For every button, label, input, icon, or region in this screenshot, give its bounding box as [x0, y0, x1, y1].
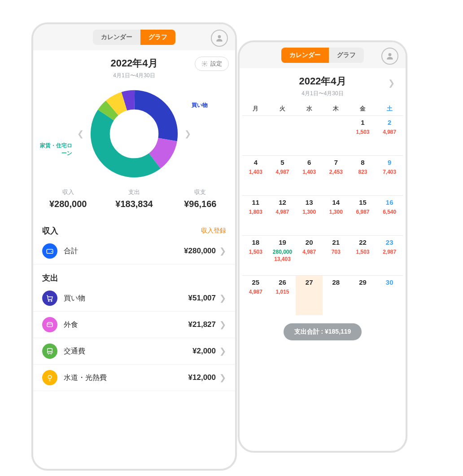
calendar-cell[interactable]: 166,540 [376, 195, 403, 235]
svg-rect-13 [48, 348, 52, 353]
dow-cell: 木 [323, 105, 349, 113]
expense-value: 4,987 [275, 169, 289, 176]
period-header: 2022年4月 4月1日〜4月30日 ❯ [240, 68, 406, 102]
expense-row[interactable]: 交通費¥2,000❯ [33, 338, 235, 365]
expense-name: 交通費 [57, 347, 192, 356]
calendar-cell[interactable]: 24,987 [376, 115, 403, 155]
period-header: 2022年4月 4月1日〜4月30日 設定 [33, 50, 235, 82]
topbar: カレンダー グラフ [33, 24, 235, 50]
svg-point-1 [204, 63, 205, 65]
stat-income: 収入 ¥280,000 [35, 188, 101, 209]
day-number: 1 [361, 119, 364, 126]
svg-point-10 [48, 300, 49, 301]
expense-value: 703 [332, 249, 341, 256]
calendar-cell[interactable]: 254,987 [242, 275, 269, 315]
cart-icon [42, 291, 57, 306]
expense-value: 1,503 [356, 129, 369, 136]
phone-graph: カレンダー グラフ 2022年4月 4月1日〜4月30日 設定 ❮ [31, 22, 237, 471]
expense-value: 1,300 [302, 209, 316, 216]
income-total-row[interactable]: 合計 ¥280,000 ❯ [33, 238, 235, 264]
calendar-cell[interactable]: 19280,00013,403 [269, 235, 296, 275]
income-total-label: 合計 [57, 247, 184, 256]
chevron-right-icon: ❯ [216, 346, 226, 356]
calendar-cell[interactable]: 232,987 [376, 235, 403, 275]
day-number: 7 [334, 159, 338, 166]
expense-row[interactable]: 水道・光熱費¥12,000❯ [33, 365, 235, 391]
calendar-cell[interactable]: 141,300 [323, 195, 349, 235]
day-number: 23 [386, 238, 393, 246]
settings-button[interactable]: 設定 [195, 57, 229, 71]
stat-net: 収支 ¥96,166 [167, 188, 233, 209]
calendar-cell[interactable]: 41,403 [242, 155, 269, 195]
calendar-cell[interactable]: 28 [323, 275, 349, 315]
period-month: 2022年4月 [240, 75, 406, 88]
day-number: 22 [359, 238, 367, 246]
expense-row[interactable]: 買い物¥51,007❯ [33, 285, 235, 312]
calendar-cell[interactable]: 29 [349, 275, 376, 315]
day-number: 27 [306, 278, 313, 286]
day-number: 8 [361, 159, 364, 166]
tab-graph[interactable]: グラフ [140, 30, 175, 45]
expense-title: 支出 [42, 273, 58, 283]
calendar-cell[interactable]: 261,015 [269, 275, 296, 315]
chart-label-rent: 家賃・住宅ロ ーン [40, 142, 72, 157]
tab-graph[interactable]: グラフ [329, 48, 364, 63]
income-value: 280,000 [273, 249, 292, 256]
day-number: 11 [252, 198, 259, 206]
expense-row[interactable]: 外食¥21,827❯ [33, 312, 235, 338]
calendar-cell [242, 115, 269, 155]
day-number: 18 [252, 238, 259, 246]
income-register-link[interactable]: 収入登録 [201, 227, 226, 235]
expense-value: 6,540 [383, 209, 396, 216]
calendar-cell[interactable]: 21703 [323, 235, 349, 275]
income-total-amount: ¥280,000 [184, 247, 216, 256]
expense-value: 2,987 [383, 249, 396, 256]
chevron-right-icon: ❯ [216, 293, 226, 303]
calendar-cell[interactable]: 8823 [349, 155, 376, 195]
calendar-cell[interactable]: 61,403 [296, 155, 323, 195]
chevron-right-icon[interactable]: ❯ [179, 129, 197, 139]
day-number: 6 [307, 159, 311, 166]
bus-icon [42, 344, 57, 359]
expense-value: 1,403 [249, 169, 262, 176]
tab-calendar[interactable]: カレンダー [281, 48, 329, 63]
day-number: 2 [388, 119, 391, 126]
day-number: 9 [388, 159, 391, 166]
calendar: 月火水木金土 11,50324,98741,40354,98761,40372,… [240, 102, 406, 315]
calendar-cell[interactable]: 181,503 [242, 235, 269, 275]
expense-value: 4,987 [383, 129, 396, 136]
day-number: 29 [359, 278, 367, 286]
food-icon [42, 317, 57, 332]
day-number: 20 [306, 238, 313, 246]
calendar-cell[interactable]: 204,987 [296, 235, 323, 275]
tab-calendar[interactable]: カレンダー [93, 30, 140, 45]
expense-amount: ¥12,000 [188, 373, 216, 382]
donut-chart[interactable]: 買い物 家賃・住宅ロ ーン [89, 89, 179, 179]
bulb-icon [42, 370, 57, 385]
calendar-cell[interactable]: 124,987 [269, 195, 296, 235]
summary-stats: 収入 ¥280,000 支出 ¥183,834 収支 ¥96,166 [33, 185, 235, 217]
calendar-cell[interactable]: 156,987 [349, 195, 376, 235]
calendar-cell[interactable]: 27 [296, 275, 323, 315]
calendar-cell[interactable]: 54,987 [269, 155, 296, 195]
calendar-cell[interactable]: 72,453 [323, 155, 349, 195]
calendar-cell[interactable]: 111,803 [242, 195, 269, 235]
calendar-cell[interactable]: 97,403 [376, 155, 403, 195]
calendar-cell[interactable]: 11,503 [349, 115, 376, 155]
expense-list: 買い物¥51,007❯外食¥21,827❯交通費¥2,000❯水道・光熱費¥12… [33, 285, 235, 391]
day-number: 15 [359, 198, 367, 206]
chevron-right-icon[interactable]: ❯ [383, 78, 400, 88]
dow-cell: 土 [376, 105, 403, 113]
calendar-cell[interactable]: 131,300 [296, 195, 323, 235]
avatar-icon[interactable] [211, 30, 228, 47]
svg-rect-12 [47, 324, 52, 327]
day-number: 5 [280, 159, 284, 166]
income-title: 収入 [42, 225, 58, 236]
calendar-cell [269, 115, 296, 155]
avatar-icon[interactable] [381, 48, 398, 65]
calendar-cell[interactable]: 221,503 [349, 235, 376, 275]
topbar: カレンダー グラフ [240, 42, 406, 68]
day-number: 16 [386, 198, 393, 206]
chevron-left-icon[interactable]: ❮ [72, 129, 89, 139]
calendar-cell[interactable]: 30 [376, 275, 403, 315]
